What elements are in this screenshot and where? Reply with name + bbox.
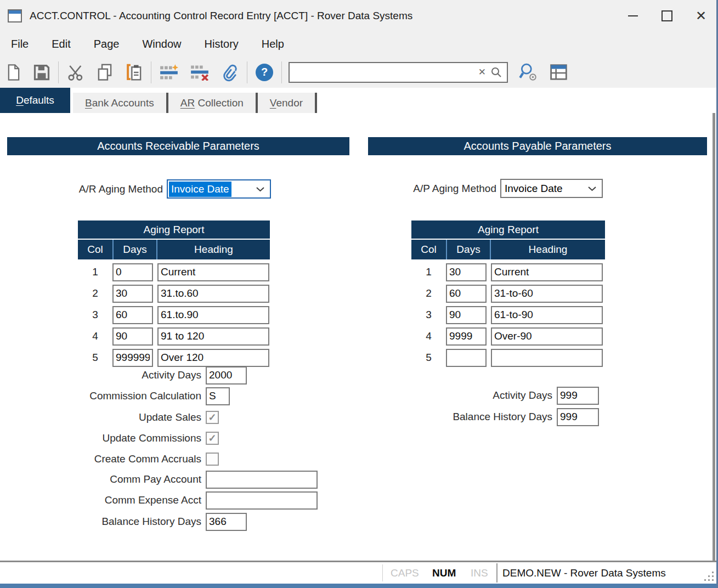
save-icon[interactable] — [27, 59, 56, 86]
ar-days-input-2[interactable] — [112, 285, 153, 303]
toolbar-separator — [151, 61, 151, 83]
menu-history[interactable]: History — [205, 38, 250, 50]
ar-days-input-1[interactable] — [112, 263, 153, 281]
ap-activity-days-label: Activity Days — [362, 389, 557, 402]
days-header: Days — [112, 240, 156, 259]
ap-aging-header-row: Col Days Heading — [411, 240, 605, 259]
paste-icon[interactable] — [119, 59, 149, 86]
delete-row-icon[interactable] — [184, 59, 215, 86]
tab-defaults[interactable]: Defaults — [0, 88, 70, 113]
heading-header: Heading — [490, 240, 605, 259]
row-number: 1 — [411, 266, 446, 278]
search-input[interactable] — [290, 63, 474, 82]
tab-bank-accounts[interactable]: Bank Accounts — [73, 93, 166, 113]
row-number: 3 — [78, 309, 112, 321]
tab-vendor[interactable]: Vendor — [258, 93, 315, 113]
new-document-icon[interactable] — [0, 59, 27, 86]
menu-file[interactable]: File — [11, 38, 39, 50]
ar-heading-input-5[interactable] — [157, 349, 269, 367]
ar-section-header: Accounts Receivable Parameters — [7, 137, 349, 155]
ap-aging-method-value: Invoice Date — [502, 181, 565, 196]
table-row: 4 — [411, 326, 605, 347]
ap-days-input-3[interactable] — [446, 306, 487, 324]
search-icon[interactable] — [490, 66, 507, 78]
ar-heading-input-2[interactable] — [157, 285, 269, 303]
ar-activity-days-input[interactable] — [206, 366, 247, 385]
ar-balance-history-input[interactable] — [206, 513, 247, 531]
ap-days-input-1[interactable] — [446, 263, 487, 281]
ap-balance-history-input[interactable] — [557, 408, 599, 426]
help-icon[interactable]: ? — [250, 59, 279, 86]
insert-row-icon[interactable] — [154, 59, 184, 86]
update-commissions-checkbox[interactable]: ✓ — [206, 432, 219, 445]
row-number: 4 — [411, 330, 446, 342]
ap-heading-input-3[interactable] — [491, 306, 603, 324]
chevron-down-icon — [588, 186, 602, 191]
ap-heading-input-2[interactable] — [491, 285, 603, 303]
menu-edit[interactable]: Edit — [52, 38, 81, 50]
advanced-lookup-icon[interactable] — [512, 59, 544, 86]
ar-heading-input-4[interactable] — [157, 327, 269, 346]
ar-aging-table: Aging Report Col Days Heading 1 2 3 — [78, 220, 270, 368]
ap-activity-days-input[interactable] — [557, 387, 599, 405]
table-row: 3 — [411, 304, 605, 325]
menu-page[interactable]: Page — [94, 38, 131, 50]
minimize-button[interactable] — [616, 0, 650, 31]
resize-grip[interactable] — [703, 570, 714, 581]
maximize-button[interactable] — [650, 0, 684, 31]
tab-separator — [315, 93, 317, 113]
toolbar: ? ✕ — [0, 56, 718, 88]
update-commissions-row: Update Commissions ✓ — [0, 428, 219, 448]
cut-icon[interactable] — [61, 59, 91, 86]
menu-window[interactable]: Window — [142, 38, 192, 50]
tab-ar-collection[interactable]: AR Collection — [168, 93, 256, 113]
ap-activity-days-row: Activity Days — [362, 386, 599, 405]
layout-view-icon[interactable] — [544, 59, 574, 86]
ar-balance-history-row: Balance History Days — [0, 512, 247, 532]
ap-days-input-2[interactable] — [446, 285, 487, 303]
ar-aging-method-select[interactable]: Invoice Date — [167, 179, 271, 199]
toolbar-separator — [281, 61, 282, 83]
ap-heading-input-1[interactable] — [491, 263, 603, 281]
ar-heading-input-1[interactable] — [157, 263, 269, 281]
comm-expense-acct-input[interactable] — [206, 491, 318, 510]
table-row: 2 — [78, 283, 270, 304]
ar-days-input-3[interactable] — [112, 306, 153, 324]
ap-days-input-5[interactable] — [446, 349, 487, 367]
window-title: ACCT.CONTROL - Accounting Control Record… — [30, 10, 412, 22]
comm-pay-account-row: Comm Pay Account — [0, 470, 318, 489]
row-number: 5 — [78, 352, 112, 364]
ap-aging-method-select[interactable]: Invoice Date — [500, 179, 603, 198]
ar-aging-method-value: Invoice Date — [169, 182, 231, 197]
activity-days-row: Activity Days — [0, 365, 247, 385]
ap-section-header: Accounts Payable Parameters — [368, 137, 707, 155]
create-comm-accruals-checkbox[interactable] — [206, 453, 219, 466]
copy-icon[interactable] — [91, 59, 119, 86]
update-commissions-label: Update Commissions — [0, 432, 206, 444]
toolbar-separator — [247, 61, 247, 83]
chevron-down-icon — [256, 186, 270, 192]
attach-file-icon[interactable] — [215, 59, 245, 86]
ap-days-input-4[interactable] — [446, 327, 487, 346]
num-indicator: NUM — [432, 567, 456, 579]
comm-pay-account-input[interactable] — [206, 471, 318, 489]
commission-calc-label: Commission Calculation — [0, 390, 206, 402]
create-comm-accruals-label: Create Comm Accruals — [0, 453, 206, 465]
commission-calc-input[interactable] — [206, 387, 230, 405]
ar-days-input-4[interactable] — [112, 327, 153, 346]
table-row: 5 — [411, 347, 605, 368]
table-row: 1 — [78, 262, 270, 282]
ar-heading-input-3[interactable] — [157, 306, 269, 324]
ar-aging-title: Aging Report — [78, 220, 270, 239]
create-comm-accruals-row: Create Comm Accruals — [0, 449, 219, 469]
update-sales-checkbox[interactable]: ✓ — [206, 411, 219, 424]
close-button[interactable]: ✕ — [684, 0, 718, 31]
ap-heading-input-4[interactable] — [491, 327, 603, 346]
status-bar: CAPS NUM INS DEMO.NEW - Rover Data Syste… — [0, 562, 718, 584]
ap-heading-input-5[interactable] — [491, 349, 603, 367]
row-number: 4 — [78, 330, 112, 342]
menu-help[interactable]: Help — [262, 38, 295, 50]
clear-search-icon[interactable]: ✕ — [474, 66, 490, 78]
ar-days-input-5[interactable] — [112, 349, 153, 367]
row-number: 3 — [411, 309, 446, 321]
